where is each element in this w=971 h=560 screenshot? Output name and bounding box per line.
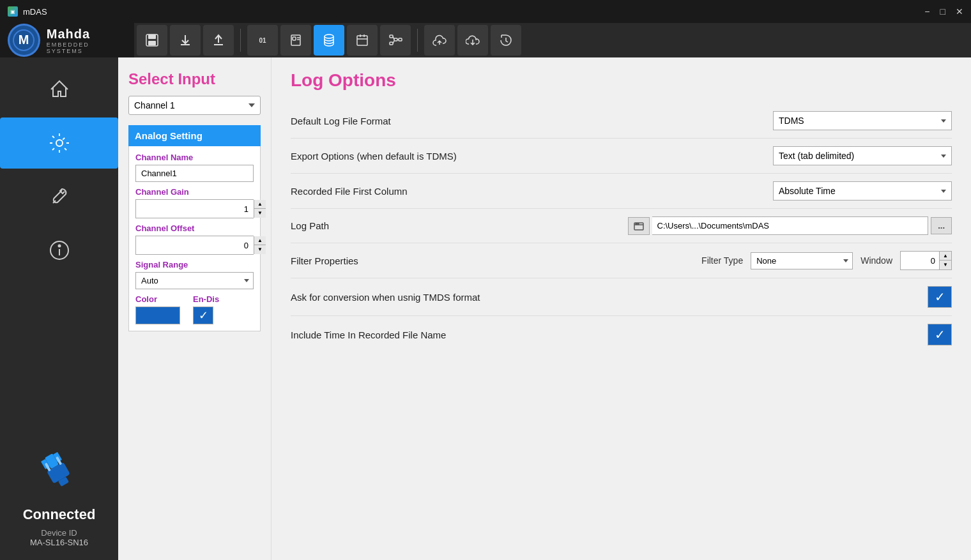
save-button[interactable] <box>137 25 167 56</box>
logo-sub: EMBEDDED SYSTEMS <box>47 42 126 54</box>
window-controls[interactable]: − □ ✕ <box>924 6 963 17</box>
svg-point-25 <box>58 245 60 247</box>
device-id-value: MA-SL16-SN16 <box>30 538 88 547</box>
toolbar-sep-2 <box>417 29 418 52</box>
channel-gain-increment[interactable]: ▲ <box>254 200 266 209</box>
title-bar-left: ▣ mDAS <box>8 6 47 17</box>
minimize-button[interactable]: − <box>924 6 929 17</box>
close-button[interactable]: ✕ <box>956 6 963 17</box>
history-button[interactable] <box>491 25 521 56</box>
color-endis-row: Color En-Dis ✓ <box>135 294 254 324</box>
connected-text: Connected <box>23 506 96 523</box>
default-log-control: TDMS CSV Binary <box>773 111 952 130</box>
network-button[interactable] <box>380 25 411 56</box>
recorded-file-label: Recorded File First Column <box>291 186 760 197</box>
sidebar-item-settings[interactable] <box>0 117 118 169</box>
database-button[interactable] <box>314 25 344 56</box>
cloud-upload-button[interactable] <box>424 25 455 56</box>
maximize-button[interactable]: □ <box>940 6 945 17</box>
log-path-icon <box>628 217 650 235</box>
sidebar-item-info[interactable] <box>0 225 118 276</box>
svg-point-34 <box>636 223 637 224</box>
recorded-file-control: Absolute Time Relative Time None <box>773 181 952 201</box>
export-options-select[interactable]: Text (tab delimited) CSV Binary <box>773 146 952 165</box>
filter-type-select[interactable]: None Low Pass High Pass <box>751 252 853 269</box>
include-time-control: ✓ <box>928 324 952 345</box>
upload-button[interactable] <box>203 25 234 56</box>
svg-rect-16 <box>390 42 393 45</box>
cloud-download-button[interactable] <box>457 25 488 56</box>
calendar-button[interactable] <box>347 25 378 56</box>
default-log-select[interactable]: TDMS CSV Binary <box>773 111 952 130</box>
log-path-input[interactable] <box>652 216 929 235</box>
channel-offset-label: Channel Offset <box>135 223 254 233</box>
endis-checkbox[interactable]: ✓ <box>193 306 213 324</box>
include-time-checkbox[interactable]: ✓ <box>928 324 952 345</box>
window-input[interactable] <box>901 252 939 269</box>
svg-rect-15 <box>394 38 397 41</box>
export-options-row: Export Options (when default is TDMS) Te… <box>291 139 952 174</box>
logo-name: Mahda <box>47 27 126 42</box>
default-log-row: Default Log File Format TDMS CSV Binary <box>291 103 952 139</box>
color-label: Color <box>135 294 157 304</box>
export-options-label: Export Options (when default is TDMS) <box>291 151 760 162</box>
svg-rect-4 <box>148 41 156 45</box>
logo-text: Mahda EMBEDDED SYSTEMS <box>47 27 126 54</box>
svg-point-35 <box>638 223 639 224</box>
endis-label: En-Dis <box>193 294 219 304</box>
sidebar-item-tools[interactable] <box>0 171 118 222</box>
app-title: mDAS <box>23 7 47 17</box>
ask-conversion-row: Ask for conversion when usnig TMDS forma… <box>291 278 952 316</box>
default-log-label: Default Log File Format <box>291 116 760 126</box>
window-spinner-btns: ▲ ▼ <box>939 252 951 269</box>
select-input-title: Select Input <box>128 70 261 88</box>
channel-offset-increment[interactable]: ▲ <box>254 236 266 245</box>
window-increment[interactable]: ▲ <box>940 252 951 261</box>
filter-type-label: Filter Type <box>701 255 743 266</box>
device-id-label: Device ID <box>41 528 77 538</box>
channel-offset-spinner: ▲ ▼ <box>135 236 254 255</box>
channel-name-input[interactable] <box>135 165 254 182</box>
log-path-control: ... <box>628 216 952 235</box>
color-picker[interactable] <box>135 306 180 324</box>
recorded-file-select[interactable]: Absolute Time Relative Time None <box>773 181 952 201</box>
signal-range-select[interactable]: Auto ±5V ±10V <box>135 272 254 289</box>
svg-rect-6 <box>293 37 296 40</box>
content-area: Select Input Channel 1 Channel 2 Channel… <box>118 57 971 560</box>
analog-setting-body: Channel Name Channel Gain ▲ ▼ Channel Of… <box>128 146 261 331</box>
analog-setting-header: Analog Setting <box>128 125 261 146</box>
channel-gain-input[interactable] <box>136 200 254 218</box>
recorded-file-row: Recorded File First Column Absolute Time… <box>291 174 952 209</box>
channel-offset-decrement[interactable]: ▼ <box>254 245 266 254</box>
window-label: Window <box>860 255 892 266</box>
connection-status: Connected Device ID MA-SL16-SN16 <box>23 441 96 554</box>
toolbar-sep-1 <box>240 29 241 52</box>
channel-gain-spinner-btns: ▲ ▼ <box>254 200 266 218</box>
log-path-label: Log Path <box>291 220 615 231</box>
window-decrement[interactable]: ▼ <box>940 261 951 269</box>
card-button[interactable] <box>280 25 311 56</box>
toolbar: M Mahda EMBEDDED SYSTEMS 01 <box>0 23 971 57</box>
download-button[interactable] <box>170 25 201 56</box>
toolbar-logo: M Mahda EMBEDDED SYSTEMS <box>0 23 134 57</box>
ask-conversion-checkbox[interactable]: ✓ <box>928 286 952 308</box>
channel-gain-spinner: ▲ ▼ <box>135 199 254 218</box>
binary-button[interactable]: 01 <box>247 25 278 56</box>
channel-select[interactable]: Channel 1 Channel 2 Channel 3 <box>128 96 261 115</box>
svg-line-19 <box>393 41 394 43</box>
browse-button[interactable]: ... <box>931 217 952 234</box>
svg-rect-3 <box>148 34 156 39</box>
svg-rect-10 <box>357 36 367 45</box>
sidebar-item-home[interactable] <box>0 64 118 115</box>
svg-rect-14 <box>390 35 393 38</box>
channel-name-label: Channel Name <box>135 153 254 162</box>
main-layout: Connected Device ID MA-SL16-SN16 Select … <box>0 57 971 560</box>
svg-text:M: M <box>19 33 29 47</box>
channel-gain-label: Channel Gain <box>135 187 254 197</box>
channel-offset-input[interactable] <box>136 236 254 254</box>
include-time-label: Include Time In Recorded File Name <box>291 329 915 340</box>
svg-rect-17 <box>399 38 402 41</box>
logo-circle: M <box>8 24 40 57</box>
title-bar: ▣ mDAS − □ ✕ <box>0 0 971 23</box>
channel-gain-decrement[interactable]: ▼ <box>254 209 266 218</box>
